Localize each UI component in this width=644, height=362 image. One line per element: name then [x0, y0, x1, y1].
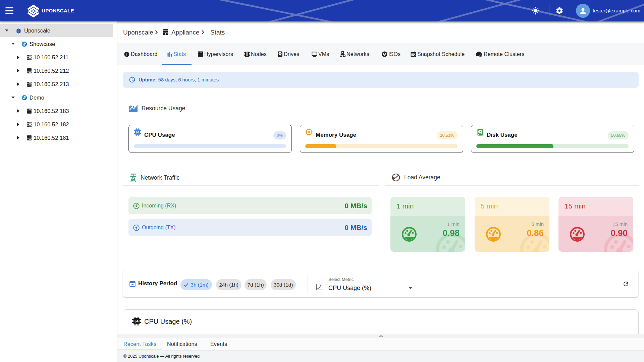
svg-text:64: 64: [135, 319, 139, 323]
svg-text:64: 64: [136, 131, 139, 134]
